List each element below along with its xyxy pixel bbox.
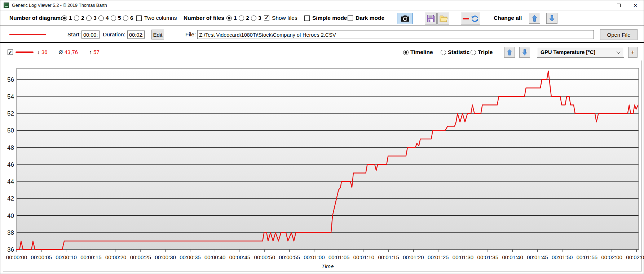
start-input[interactable] [81,31,100,39]
diagram-up-button[interactable] [504,47,515,58]
window-title: Generic Log Viewer 5.2 - © 2019 Thomas B… [12,3,107,8]
svg-text:00:00:05: 00:00:05 [31,254,52,260]
svg-text:00:02:05: 00:02:05 [626,254,644,260]
svg-text:00:01:30: 00:01:30 [453,254,473,260]
radio-icon [86,15,92,21]
radio-icon [62,15,67,21]
svg-text:56: 56 [7,76,14,83]
minimize-button[interactable]: – [594,0,610,10]
radio-icon [471,50,476,55]
app-window: Generic Log Viewer 5.2 - © 2019 Thomas B… [0,0,644,274]
camera-icon [400,15,410,22]
title-bar: Generic Log Viewer 5.2 - © 2019 Thomas B… [0,0,644,10]
checkbox-icon [304,15,310,21]
svg-text:54: 54 [7,93,14,100]
maximize-button[interactable] [610,0,627,10]
channel-select-dropdown[interactable]: GPU Temperature [°C] [537,47,624,58]
radio-icon [403,50,409,55]
svg-text:00:00:40: 00:00:40 [204,254,225,260]
series-legend-line [16,51,34,53]
diagrams-radio-2[interactable]: 2 [74,15,84,21]
maximize-icon [617,4,621,7]
view-mode-timeline[interactable]: Timeline [403,49,433,55]
edit-button[interactable]: Edit [151,30,164,40]
duration-label: Duration: [103,31,125,38]
svg-text:00:00:00: 00:00:00 [6,254,27,260]
main-toolbar: Number of diagrams 1 2 3 4 5 6 Two colum… [0,10,644,26]
checkbox-icon [264,15,269,21]
save-button[interactable] [425,13,437,24]
series-color-line [9,34,46,35]
view-mode-triple[interactable]: Triple [471,49,493,55]
svg-text:52: 52 [7,110,14,117]
timeline-chart-area[interactable]: 363840424446485052545600:00:0000:00:0500… [0,61,644,271]
diagrams-radio-3[interactable]: 3 [86,15,97,21]
file-row: Start: Duration: Edit File: Open File [0,27,644,43]
num-diagrams-label: Number of diagrams [9,15,64,21]
svg-text:00:00:50: 00:00:50 [254,254,275,260]
diagrams-radio-4[interactable]: 4 [98,15,109,21]
line-style-refresh-button[interactable] [461,13,480,24]
series-visible-checkbox[interactable] [8,50,13,55]
diagrams-radio-5[interactable]: 5 [111,15,121,21]
svg-text:00:01:10: 00:01:10 [353,254,374,260]
svg-text:00:00:55: 00:00:55 [279,254,300,260]
radio-icon [74,15,79,21]
folder-icon [439,15,448,22]
radio-icon [441,50,446,55]
svg-text:00:00:15: 00:00:15 [80,254,101,260]
svg-text:00:01:00: 00:01:00 [304,254,325,260]
start-label: Start: [67,31,81,38]
open-folder-button[interactable] [437,13,449,24]
series-stats: ↓ 36 Ø 43,76 ↑ 57 [37,49,100,55]
change-all-up-button[interactable] [529,13,540,24]
blue-down-arrow-icon [549,15,555,22]
svg-text:44: 44 [7,178,14,185]
screenshot-button[interactable] [397,13,413,24]
close-button[interactable]: ✕ [627,0,644,10]
checkbox-icon [348,15,353,21]
diagram-header: ↓ 36 Ø 43,76 ↑ 57 Timeline Statistic Tri… [3,44,642,60]
min-arrow-icon: ↓ [37,49,40,55]
open-file-button[interactable]: Open File [600,29,638,40]
diagrams-radio-6[interactable]: 6 [123,15,133,21]
add-channel-button[interactable]: + [628,47,638,58]
radio-icon [226,15,232,21]
max-arrow-icon: ↑ [89,49,92,55]
blue-up-arrow-icon [532,15,537,22]
svg-text:00:00:10: 00:00:10 [56,254,76,260]
radio-icon [123,15,128,21]
diagram-down-button[interactable] [519,47,530,58]
app-icon [4,3,9,8]
svg-text:00:01:20: 00:01:20 [403,254,424,260]
svg-text:00:00:20: 00:00:20 [105,254,126,260]
num-files-label: Number of files [184,15,224,21]
show-files-checkbox[interactable]: Show files [264,15,297,21]
change-all-down-button[interactable] [546,13,557,24]
svg-text:36: 36 [7,246,14,253]
two-columns-checkbox[interactable]: Two columns [136,15,177,21]
files-radio-3[interactable]: 3 [251,15,261,21]
view-mode-statistic[interactable]: Statistic [441,49,469,55]
svg-text:00:01:45: 00:01:45 [527,254,548,260]
svg-text:00:00:35: 00:00:35 [180,254,200,260]
floppy-disk-icon [427,14,435,23]
diagrams-radio-1[interactable]: 1 [62,15,72,21]
duration-input[interactable] [127,31,145,39]
red-dash-icon [463,18,469,19]
checkbox-icon [136,15,142,21]
svg-text:00:00:45: 00:00:45 [229,254,250,260]
svg-text:00:00:25: 00:00:25 [130,254,151,260]
refresh-icon [471,15,479,23]
blue-down-arrow-icon [522,49,527,56]
svg-text:50: 50 [7,127,14,134]
files-radio-1[interactable]: 1 [226,15,237,21]
file-path-input[interactable] [197,30,594,39]
svg-text:00:01:15: 00:01:15 [378,254,399,260]
dark-mode-checkbox[interactable]: Dark mode [348,15,384,21]
files-radio-2[interactable]: 2 [239,15,249,21]
svg-text:46: 46 [7,161,14,168]
file-label: File: [185,31,196,38]
simple-mode-checkbox[interactable]: Simple mode [304,15,347,21]
svg-text:38: 38 [7,229,14,236]
